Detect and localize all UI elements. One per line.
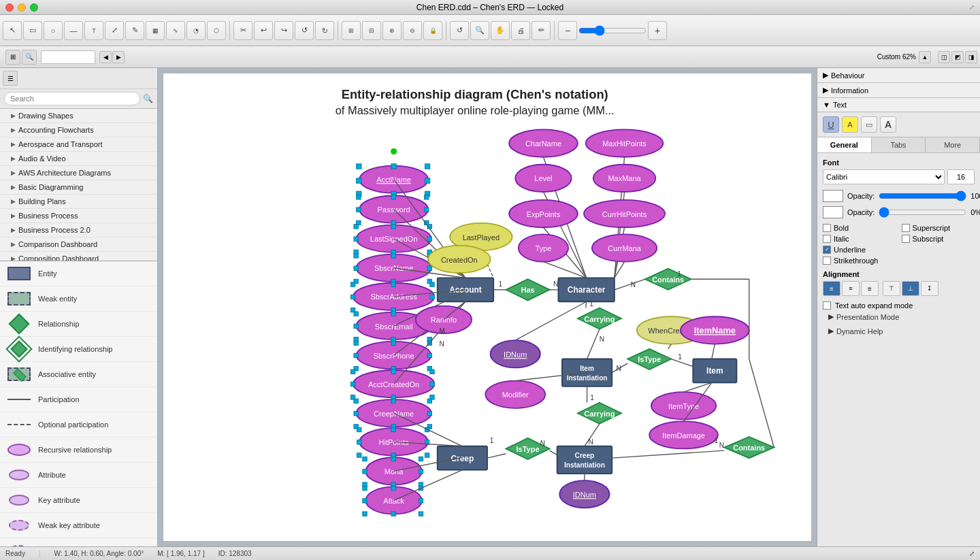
cat-audio[interactable]: ▶Audio & Video: [0, 152, 157, 166]
zoom-out-btn[interactable]: −: [558, 21, 577, 40]
shape-key-attr[interactable]: Key attribute: [0, 488, 157, 513]
presentation-mode-item[interactable]: ▶ Presentation Mode: [823, 310, 975, 324]
cat-aws[interactable]: ▶AWS Architecture Diagrams: [0, 166, 157, 180]
font-select[interactable]: Calibri Arial Helvetica: [823, 169, 945, 184]
search-input[interactable]: [4, 92, 140, 105]
print-tool[interactable]: 🖨: [511, 21, 530, 40]
oval-tool[interactable]: ○: [44, 21, 63, 40]
zoom-tool[interactable]: 🔍: [470, 21, 489, 40]
fit-page-btn[interactable]: ◨: [965, 51, 977, 63]
cut-tool[interactable]: ✂: [233, 21, 252, 40]
entity-creep-inst[interactable]: [557, 446, 612, 474]
handle-mr[interactable]: [425, 178, 429, 183]
opacity-slider-2[interactable]: [879, 207, 966, 218]
shape-participation[interactable]: Participation: [0, 387, 157, 412]
bezier-tool[interactable]: ∿: [166, 21, 185, 40]
prev-btn[interactable]: ◀: [99, 51, 112, 63]
polygon-tool[interactable]: ⬡: [207, 21, 226, 40]
sidebar-icon-btn[interactable]: ☰: [3, 71, 18, 86]
shape-recursive-rel[interactable]: Recursive relationship: [0, 438, 157, 463]
zoom-in-btn[interactable]: +: [648, 21, 667, 40]
text-tool[interactable]: T: [84, 21, 103, 40]
cat-building[interactable]: ▶Building Plans: [0, 195, 157, 209]
pan-tool[interactable]: ✋: [491, 21, 510, 40]
shape-relationship[interactable]: Relationship: [0, 312, 157, 337]
opacity-slider-1[interactable]: [879, 191, 966, 201]
redo-tool[interactable]: ↪: [274, 21, 293, 40]
underline-format-btn[interactable]: U: [823, 116, 839, 133]
dynamic-help-item[interactable]: ▶ Dynamic Help: [823, 324, 975, 338]
subscript-cb[interactable]: [902, 235, 910, 243]
strikethrough-cb[interactable]: [823, 257, 831, 265]
sidebar-search-btn[interactable]: 🔍: [22, 50, 37, 65]
valign-top-btn[interactable]: ⊤: [883, 281, 900, 296]
zoom-slider[interactable]: [578, 25, 647, 36]
tab-general[interactable]: General: [817, 137, 872, 152]
conn-tool[interactable]: ⤢: [105, 21, 124, 40]
select-tool[interactable]: ↖: [3, 21, 22, 40]
cat-drawing-shapes[interactable]: ▶Drawing Shapes: [0, 109, 157, 123]
lock-tool[interactable]: 🔒: [423, 21, 442, 40]
valign-bot-btn[interactable]: ↧: [921, 281, 938, 296]
arc-tool[interactable]: ◔: [186, 21, 206, 40]
back2-tool[interactable]: ⊖: [403, 21, 422, 40]
italic-cb[interactable]: [823, 235, 831, 243]
handle-tl[interactable]: [357, 164, 361, 169]
handle-ml[interactable]: [357, 178, 361, 183]
shape-identifying-rel[interactable]: Identifying relationship: [0, 337, 157, 362]
shape-entity[interactable]: Entity: [0, 261, 157, 286]
cat-basic[interactable]: ▶Basic Diagramming: [0, 180, 157, 195]
shape-assoc-entity[interactable]: Associative entity: [0, 362, 157, 387]
rp-information[interactable]: ▶ Information: [817, 83, 980, 98]
rect-tool[interactable]: ▭: [23, 21, 42, 40]
zoom-step-btn[interactable]: ▲: [919, 51, 931, 63]
rp-text[interactable]: ▼ Text: [817, 98, 980, 112]
rp-behaviour[interactable]: ▶ Behaviour: [817, 68, 980, 83]
back-tool[interactable]: ↺: [295, 21, 314, 40]
shape-derived-attr[interactable]: Derived attribute: [0, 538, 157, 546]
tab-tabs[interactable]: Tabs: [872, 137, 926, 152]
fullscreen-button[interactable]: [30, 3, 38, 12]
sidebar-grid-btn[interactable]: ⊞: [5, 50, 20, 65]
cat-comparison[interactable]: ▶Comparison Dashboard: [0, 237, 157, 252]
align-center-btn[interactable]: ≡: [842, 281, 860, 296]
canvas-area[interactable]: Entity-relationship diagram (Chen's nota…: [158, 68, 817, 546]
handle-tc[interactable]: [391, 164, 396, 169]
fwd-tool[interactable]: ↺: [315, 21, 334, 40]
handle-tr[interactable]: [425, 164, 429, 169]
front-tool[interactable]: ⊕: [382, 21, 402, 40]
refresh-tool[interactable]: ↺: [450, 21, 469, 40]
strikethrough-format-btn[interactable]: ▭: [861, 116, 877, 133]
shape-attribute[interactable]: Attribute: [0, 463, 157, 488]
cat-bprocess2[interactable]: ▶Business Process 2.0: [0, 223, 157, 237]
superscript-cb[interactable]: [902, 224, 910, 232]
shape-opt-participation[interactable]: Optional participation: [0, 412, 157, 438]
valign-mid-btn[interactable]: ⊥: [902, 281, 919, 296]
expand-icon-bottom[interactable]: ⤢: [969, 550, 975, 557]
cat-aerospace[interactable]: ▶Aerospace and Transport: [0, 137, 157, 152]
undo-tool[interactable]: ↩: [254, 21, 273, 40]
cat-accounting[interactable]: ▶Accounting Flowcharts: [0, 123, 157, 137]
expand-icon[interactable]: ⤢: [969, 3, 975, 11]
highlight-format-btn[interactable]: A: [842, 116, 858, 133]
ungroup-tool[interactable]: ⊟: [362, 21, 381, 40]
table-tool[interactable]: ▦: [146, 21, 165, 40]
underline-cb[interactable]: [823, 246, 831, 254]
shape-weak-key-attr[interactable]: Weak key attribute: [0, 513, 157, 538]
font-size-input[interactable]: [947, 169, 975, 184]
color-swatch-2[interactable]: [823, 206, 843, 218]
cat-bprocess[interactable]: ▶Business Process: [0, 209, 157, 223]
group-tool[interactable]: ⊞: [342, 21, 361, 40]
text-auto-expand-cb[interactable]: [823, 301, 831, 310]
align-left-btn[interactable]: ≡: [823, 281, 840, 296]
cat-composition[interactable]: ▶Composition Dashboard: [0, 252, 157, 261]
tab-more[interactable]: More: [926, 137, 980, 152]
color-swatch-1[interactable]: [823, 190, 843, 202]
shape-weak-entity[interactable]: Weak entity: [0, 286, 157, 312]
close-button[interactable]: [5, 3, 14, 12]
big-a-btn[interactable]: A: [880, 116, 896, 133]
fit-btn[interactable]: ◫: [938, 51, 950, 63]
minimize-button[interactable]: [18, 3, 26, 12]
annotate-tool[interactable]: ✏: [532, 21, 551, 40]
align-right-btn[interactable]: ≡: [861, 281, 879, 296]
